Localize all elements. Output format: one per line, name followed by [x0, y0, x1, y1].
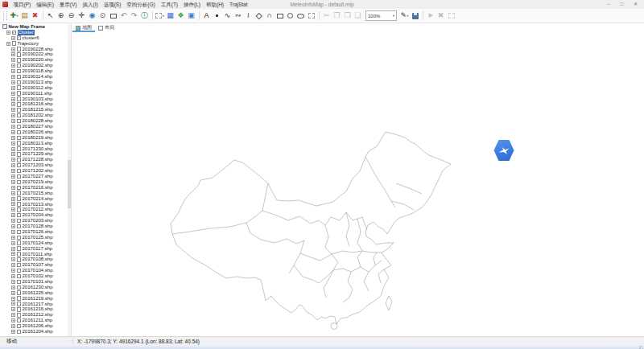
layer-visibility-checkbox[interactable]	[17, 75, 22, 80]
expand-toggle-icon[interactable]: +	[11, 47, 15, 51]
expand-toggle-icon[interactable]: +	[11, 52, 15, 56]
draw-rectangle-button[interactable]	[275, 10, 285, 21]
label-features-button[interactable]: ❖	[176, 10, 186, 21]
draw-curve-button[interactable]: ≀	[244, 10, 254, 21]
layer-visibility-checkbox[interactable]	[17, 152, 22, 157]
expand-toggle-icon[interactable]: +	[11, 280, 15, 284]
layer-row[interactable]: +20190222.shp	[0, 51, 71, 57]
expand-toggle-icon[interactable]: +	[11, 274, 15, 278]
layer-visibility-checkbox[interactable]	[17, 125, 22, 129]
expand-toggle-icon[interactable]: +	[11, 169, 15, 173]
layer-row[interactable]: +20190228.shp	[0, 47, 71, 52]
layer-visibility-checkbox[interactable]	[17, 302, 22, 306]
layer-visibility-checkbox[interactable]	[17, 113, 22, 118]
expand-toggle-icon[interactable]: +	[11, 142, 15, 146]
expand-toggle-icon[interactable]: +	[11, 147, 15, 151]
layer-row[interactable]: +20161212.shp	[0, 312, 71, 318]
remove-feature-button[interactable]: ✖	[436, 10, 446, 21]
layer-visibility-checkbox[interactable]	[17, 290, 22, 295]
layer-visibility-checkbox[interactable]	[17, 174, 22, 179]
layer-row[interactable]: +20170101.shp	[0, 279, 71, 285]
layer-visibility-checkbox[interactable]	[17, 52, 22, 57]
layer-visibility-checkbox[interactable]	[17, 58, 22, 63]
layer-visibility-checkbox[interactable]	[17, 136, 22, 141]
layer-row[interactable]: +20170227.shp	[0, 174, 71, 179]
layer-visibility-checkbox[interactable]	[17, 102, 22, 107]
layer-visibility-checkbox[interactable]	[17, 285, 22, 290]
draw-point-button[interactable]	[213, 10, 222, 21]
layer-visibility-checkbox[interactable]	[17, 280, 22, 285]
layer-visibility-checkbox[interactable]	[17, 263, 22, 268]
identify-button[interactable]: ⓘ	[140, 10, 150, 21]
layer-visibility-checkbox[interactable]	[17, 146, 22, 151]
tab-map[interactable]: 地图	[72, 23, 95, 32]
layer-row[interactable]: +20161225.shp	[0, 290, 71, 296]
zoom-in-button[interactable]: ⊕	[56, 10, 66, 21]
remove-layer-button[interactable]: ✖	[31, 10, 40, 21]
redo-button[interactable]: ↷	[130, 10, 139, 21]
expand-toggle-icon[interactable]: +	[11, 224, 15, 228]
layer-row[interactable]: +20180226.shp	[0, 129, 71, 135]
expand-toggle-icon[interactable]: +	[11, 113, 15, 117]
layer-visibility-checkbox[interactable]	[17, 269, 22, 273]
layer-visibility-checkbox[interactable]	[17, 236, 22, 240]
tab-layout[interactable]: 布局	[95, 23, 118, 32]
expand-toggle-icon[interactable]: +	[11, 102, 15, 106]
layer-visibility-checkbox[interactable]	[17, 307, 22, 312]
expand-toggle-icon[interactable]: +	[11, 241, 15, 245]
draw-curve-polygon-button[interactable]: ∩	[265, 10, 275, 21]
expand-toggle-icon[interactable]: +	[11, 213, 15, 217]
expand-toggle-icon[interactable]: +	[11, 230, 15, 234]
layer-row[interactable]: +20180227.shp	[0, 124, 71, 129]
layer-visibility-checkbox[interactable]	[17, 257, 22, 262]
edit-feature-button[interactable]: ➤	[426, 10, 436, 21]
layer-visibility-checkbox[interactable]	[17, 130, 22, 135]
sidebar-scrollbar-track[interactable]	[68, 23, 71, 336]
menu-item-i[interactable]: 插入(I)	[80, 0, 101, 9]
zoom-to-extent-button[interactable]	[109, 10, 118, 21]
layer-visibility-checkbox[interactable]	[17, 96, 22, 101]
layer-row[interactable]: +20161206.shp	[0, 323, 71, 329]
layer-visibility-checkbox[interactable]	[17, 240, 22, 245]
layer-row[interactable]: +20171202.shp	[0, 168, 71, 174]
menu-item-l[interactable]: 操作(L)	[181, 0, 204, 9]
layer-row[interactable]: +20170111.shp	[0, 252, 71, 257]
expand-toggle-icon[interactable]: +	[11, 330, 15, 334]
map-frame-row[interactable]: New Map Frame	[0, 24, 71, 30]
layer-visibility-checkbox[interactable]	[17, 213, 22, 218]
layer-row[interactable]: +20170125.shp	[0, 235, 71, 240]
layer-visibility-checkbox[interactable]	[17, 224, 22, 229]
layer-visibility-checkbox[interactable]	[17, 64, 22, 68]
layer-visibility-checkbox[interactable]	[17, 69, 22, 74]
layer-visibility-checkbox[interactable]	[17, 196, 22, 201]
expand-toggle-icon[interactable]: +	[11, 202, 15, 206]
export-image-button[interactable]: ❏	[353, 10, 363, 21]
layer-visibility-checkbox[interactable]	[17, 230, 22, 235]
layer-visibility-checkbox[interactable]	[17, 274, 22, 279]
expand-toggle-icon[interactable]: +	[11, 269, 15, 273]
expand-toggle-icon[interactable]: +	[11, 186, 15, 190]
expand-toggle-icon[interactable]: +	[11, 257, 15, 261]
open-file-button[interactable]: ▤	[20, 10, 30, 21]
expand-toggle-icon[interactable]: +	[11, 130, 15, 134]
layer-row[interactable]: +20170203.shp	[0, 218, 71, 224]
layer-row[interactable]: +20170212.shp	[0, 207, 71, 212]
zoom-out-button[interactable]: ⊖	[67, 10, 76, 21]
layer-visibility-checkbox[interactable]	[17, 119, 22, 124]
expand-toggle-icon[interactable]: +	[11, 163, 15, 167]
select-element-button[interactable]: ↖	[46, 10, 56, 21]
expand-toggle-icon[interactable]: +	[11, 125, 15, 129]
layer-row[interactable]: +20170102.shp	[0, 273, 71, 279]
expand-toggle-icon[interactable]: +	[6, 31, 10, 35]
draw-circle-button[interactable]	[286, 10, 295, 21]
select-vertices-button[interactable]	[447, 10, 456, 21]
layer-visibility-checkbox[interactable]	[17, 169, 22, 174]
draw-polygon-button[interactable]	[254, 10, 264, 21]
edit-tools-button[interactable]: ✎▾	[400, 10, 410, 21]
layer-row[interactable]: +20171229.shp	[0, 151, 71, 157]
expand-toggle-icon[interactable]: +	[11, 158, 15, 162]
draw-text-button[interactable]: A	[202, 10, 212, 21]
full-extent-button[interactable]: ◉	[88, 10, 97, 21]
expand-toggle-icon[interactable]: +	[11, 36, 15, 40]
expand-toggle-icon[interactable]: +	[11, 119, 15, 123]
